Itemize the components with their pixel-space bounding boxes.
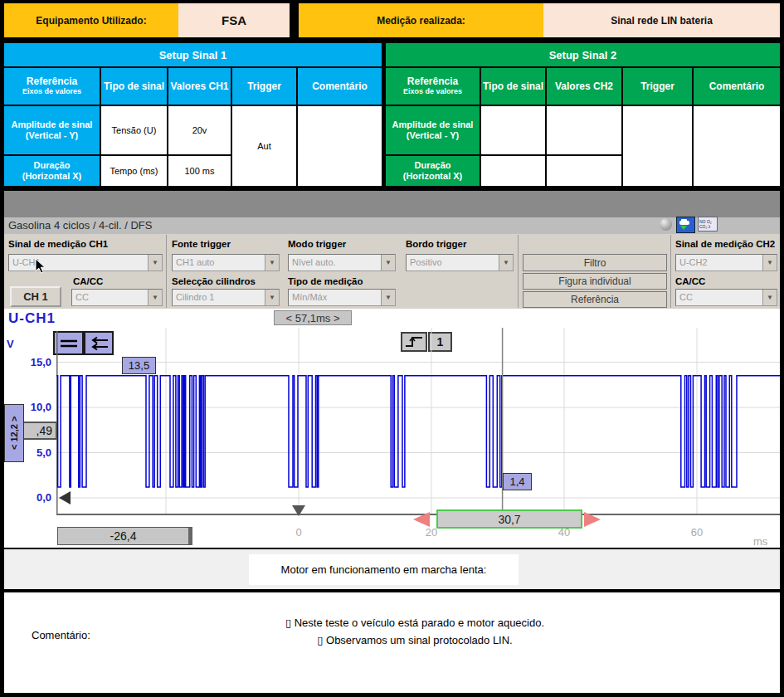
y-tick-label: 10,0 (20, 401, 51, 413)
channel-heading: U-CH1 (8, 310, 56, 327)
equipment-label: Equipamento Utilizado: (4, 3, 178, 37)
chevron-down-icon[interactable]: ▼ (148, 290, 162, 305)
chevron-down-icon[interactable]: ▼ (499, 255, 513, 271)
comment-line: ▯ Neste teste o veículo está parado e mo… (124, 614, 705, 631)
table-title: Setup Sinal 1 (4, 43, 382, 66)
separator (670, 235, 671, 308)
ch1-signal-label: Sinal de medição CH1 (8, 239, 108, 249)
window-top-band (4, 191, 780, 217)
time-offset-handle[interactable]: -26,4 (57, 527, 192, 545)
col-comentario: Comentário (298, 68, 382, 105)
ch2-cacc-select[interactable]: CC ▼ (675, 289, 777, 306)
scroll-right-arrow[interactable] (584, 512, 601, 527)
high-level-label: 13,5 (122, 357, 156, 374)
figura-individual-button[interactable]: Figura individual (523, 273, 667, 290)
ch1-cacc-label: CA/CC (73, 276, 103, 286)
col-referencia: Referência Eixos de valores (4, 68, 100, 105)
cilindros-label: Selecção cilindros (172, 276, 256, 286)
ch1-signal-select[interactable]: U-CH1 ▼ (8, 254, 163, 271)
separator (166, 235, 167, 308)
modo-trigger-label: Modo trigger (288, 239, 346, 249)
timespan-readout: < 57,1ms > (274, 310, 352, 325)
fonte-trigger-select[interactable]: CH1 auto ▼ (172, 254, 280, 271)
bordo-trigger-select[interactable]: Positivo ▼ (406, 254, 514, 271)
gas-analyzer-icon: NO O₂CO₂ λ (698, 217, 718, 232)
report-page: Equipamento Utilizado: FSA Medição reali… (0, 0, 784, 697)
chevron-down-icon[interactable]: ▼ (762, 255, 777, 271)
bordo-trigger-label: Bordo trigger (406, 239, 466, 249)
x-tick-label: 60 (680, 526, 713, 539)
setup-table-ch2: Setup Sinal 2 Referência Eixos de valore… (386, 43, 780, 186)
cell-valor-2: 100 ms (168, 156, 231, 186)
comment-label: Comentário: (32, 629, 90, 641)
row-duracao: Duração (Horizontal X) (386, 156, 480, 186)
status-sphere-icon (660, 218, 672, 231)
cell-tipo-1: Tensão (U) (101, 106, 167, 154)
ch2-cacc-label: CA/CC (675, 276, 705, 286)
col-trigger: Trigger (232, 68, 296, 105)
row-duracao: Duração (Horizontal X) (4, 156, 100, 186)
col-referencia: Referência Eixos de valores (386, 68, 480, 105)
scroll-left-arrow[interactable] (413, 512, 430, 527)
col-trigger: Trigger (623, 68, 692, 105)
col-tipo: Tipo de sinal (101, 68, 167, 105)
modo-trigger-select[interactable]: Nível auto. ▼ (288, 254, 396, 271)
x-unit-label: ms (753, 535, 767, 548)
y-tick-label: 5,0 (20, 446, 51, 459)
y-tick-label: 15,0 (20, 356, 51, 368)
cell-valor-2 (547, 156, 621, 186)
ch1-cacc-select[interactable]: CC ▼ (71, 289, 163, 306)
row-amplitude: Amplitude de sinal (Vertical - Y) (386, 106, 480, 154)
separator (518, 235, 519, 308)
chevron-down-icon[interactable]: ▼ (265, 255, 279, 271)
table-title: Setup Sinal 2 (386, 43, 780, 66)
col-valores: Valores CH1 (168, 68, 231, 105)
voltage-range-handle[interactable]: < 12,2 > (4, 404, 24, 462)
chevron-down-icon[interactable]: ▼ (762, 290, 777, 305)
col-tipo: Tipo de sinal (481, 68, 545, 105)
cell-comentario (694, 106, 780, 186)
cell-trigger (623, 106, 692, 186)
mouse-cursor (35, 258, 46, 277)
chevron-down-icon[interactable]: ▼ (381, 290, 395, 305)
voltage-unit-label: V (7, 338, 14, 350)
cell-valor-1 (547, 106, 621, 154)
chevron-down-icon[interactable]: ▼ (265, 290, 279, 305)
tipo-medicao-select[interactable]: Mín/Máx ▼ (288, 289, 396, 306)
comment-lines: ▯ Neste teste o veículo está parado e mo… (124, 614, 705, 649)
x-tick-label: 0 (282, 526, 315, 539)
y-tick-label: 0,0 (20, 491, 51, 504)
col-comentario: Comentário (694, 68, 780, 105)
measurement-value: Sinal rede LIN bateria (543, 3, 780, 37)
col-valores: Valores CH2 (547, 68, 621, 105)
chevron-down-icon[interactable]: ▼ (381, 255, 395, 271)
low-level-label: 1,4 (503, 473, 532, 490)
cilindros-select[interactable]: Cilindro 1 ▼ (172, 289, 280, 306)
cell-tipo-2 (481, 156, 545, 186)
ch1-button[interactable]: CH 1 (10, 286, 61, 307)
comment-line: ▯ Observamos um sinal protocolado LIN. (124, 631, 705, 649)
scope-title: Gasolina 4 ciclos / 4-cil. / DFS (8, 219, 152, 232)
fonte-trigger-label: Fonte trigger (172, 239, 231, 249)
setup-table-ch1: Setup Sinal 1 Referência Eixos de valore… (4, 43, 382, 186)
chevron-down-icon[interactable]: ▼ (148, 255, 162, 271)
filtro-button[interactable]: Filtro (523, 254, 667, 271)
cell-trigger: Aut (232, 106, 296, 186)
save-vehicle-icon[interactable] (676, 217, 695, 233)
cell-valor-1: 20v (168, 106, 231, 154)
equipment-value: FSA (178, 3, 290, 37)
cell-tipo-1 (481, 106, 545, 154)
measurement-label: Medição realizada: (299, 3, 543, 37)
ch2-signal-select[interactable]: U-CH2 ▼ (675, 254, 777, 271)
cell-tipo-2: Tempo (ms) (101, 156, 167, 186)
cell-comentario (298, 106, 382, 186)
ch2-signal-label: Sinal de medição CH2 (675, 239, 775, 249)
referencia-button[interactable]: Referência (523, 291, 667, 308)
tipo-medicao-label: Tipo de medição (288, 276, 363, 286)
time-position-slider[interactable]: 30,7 (436, 509, 582, 529)
waveform-plot[interactable] (56, 328, 780, 527)
caption-text: Motor em funcionamento em marcha lenta: (249, 554, 519, 585)
row-amplitude: Amplitude de sinal (Vertical - Y) (4, 106, 100, 154)
